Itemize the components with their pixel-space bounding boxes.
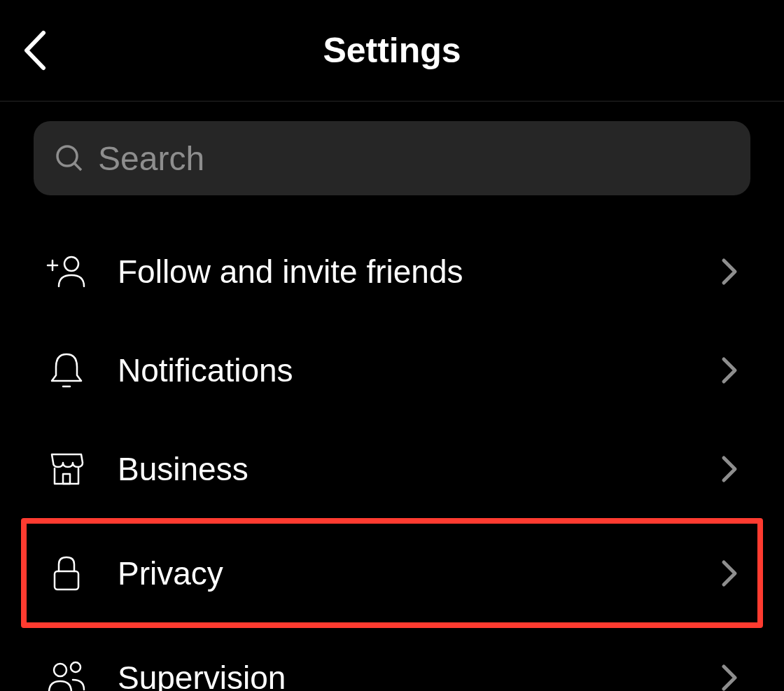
menu-item-privacy[interactable]: Privacy (21, 518, 763, 628)
svg-line-1 (74, 163, 81, 170)
chevron-right-icon (720, 454, 739, 484)
chevron-left-icon (20, 29, 50, 72)
add-person-icon (45, 250, 88, 293)
svg-point-0 (57, 146, 77, 166)
svg-point-8 (54, 664, 66, 676)
menu-item-label: Follow and invite friends (118, 253, 720, 291)
chevron-right-icon (720, 355, 739, 386)
chevron-right-icon (720, 256, 739, 287)
menu-item-supervision[interactable]: Supervision (34, 628, 750, 691)
menu-list: Follow and invite friends Notifications (34, 222, 750, 691)
search-container[interactable] (34, 121, 750, 195)
people-icon (45, 656, 88, 692)
lock-icon (45, 552, 88, 595)
menu-item-label: Supervision (118, 659, 720, 692)
menu-item-business[interactable]: Business (34, 419, 750, 518)
chevron-right-icon (720, 558, 739, 589)
search-input[interactable] (98, 139, 729, 178)
svg-point-2 (64, 257, 78, 271)
back-button[interactable] (20, 29, 50, 72)
storefront-icon (45, 447, 88, 491)
content: Follow and invite friends Notifications (0, 102, 784, 691)
search-icon (55, 144, 84, 173)
svg-point-9 (71, 662, 80, 672)
svg-rect-6 (63, 474, 70, 484)
chevron-right-icon (720, 662, 739, 692)
menu-item-follow-invite[interactable]: Follow and invite friends (34, 222, 750, 321)
header: Settings (0, 0, 784, 102)
menu-item-label: Notifications (118, 351, 720, 389)
menu-item-notifications[interactable]: Notifications (34, 321, 750, 419)
page-title: Settings (323, 30, 461, 71)
menu-item-label: Privacy (118, 554, 720, 592)
menu-item-label: Business (118, 450, 720, 488)
svg-rect-7 (55, 571, 78, 589)
bell-icon (45, 349, 88, 392)
